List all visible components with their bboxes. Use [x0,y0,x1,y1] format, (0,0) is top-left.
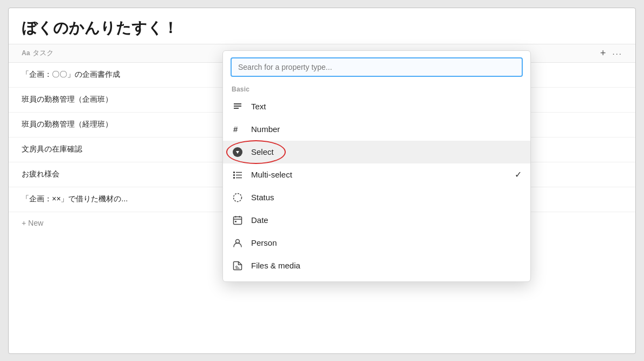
new-row-label: + New [22,219,43,227]
menu-item-person[interactable]: Person [223,232,530,254]
svg-rect-6 [233,172,235,173]
property-type-dropdown: Basic Text # Number [222,50,531,282]
column-header-label: Aa タスク [22,48,54,58]
property-search-input[interactable] [231,57,523,77]
menu-item-status[interactable]: Status [223,186,530,209]
app-window: ぼくのかんりたすく！ Aa タスク + ··· 「企画：〇〇」の企画書作成 班員… [8,8,636,354]
multiselect-label: Multi-select [251,170,507,179]
menu-item-select[interactable]: Select [223,141,530,163]
menu-item-date[interactable]: Date [223,209,530,232]
svg-rect-8 [233,174,235,176]
app-title: ぼくのかんりたすく！ [22,18,622,38]
svg-rect-17 [235,221,236,222]
menu-item-multiselect[interactable]: Multi-select ✓ [223,163,530,186]
svg-rect-10 [233,177,235,179]
text-label: Text [251,102,522,111]
date-icon [232,214,244,226]
person-icon [232,237,244,249]
search-container [223,51,530,83]
date-label: Date [251,215,522,225]
section-basic-label: Basic [223,83,530,95]
select-icon [232,146,244,158]
app-header: ぼくのかんりたすく！ [9,8,635,44]
svg-rect-13 [234,216,242,224]
multiselect-icon [232,169,244,181]
number-icon: # [232,123,244,135]
aa-icon: Aa [22,49,30,57]
more-options-icon[interactable]: ··· [612,49,622,58]
column-name: タスク [32,48,54,58]
multiselect-checkmark: ✓ [515,169,522,180]
status-label: Status [251,193,522,202]
svg-point-12 [234,193,242,201]
menu-item-files[interactable]: Files & media [223,254,530,277]
select-label: Select [251,147,522,156]
svg-text:#: # [233,124,238,134]
add-column-icon[interactable]: + [600,48,606,59]
text-icon [232,101,244,113]
files-label: Files & media [251,261,522,270]
number-label: Number [251,124,522,134]
menu-item-number[interactable]: # Number [223,118,530,141]
menu-item-text[interactable]: Text [223,95,530,118]
status-icon [232,192,244,204]
person-label: Person [251,238,522,247]
header-actions: + ··· [600,48,622,59]
files-icon [232,260,244,272]
